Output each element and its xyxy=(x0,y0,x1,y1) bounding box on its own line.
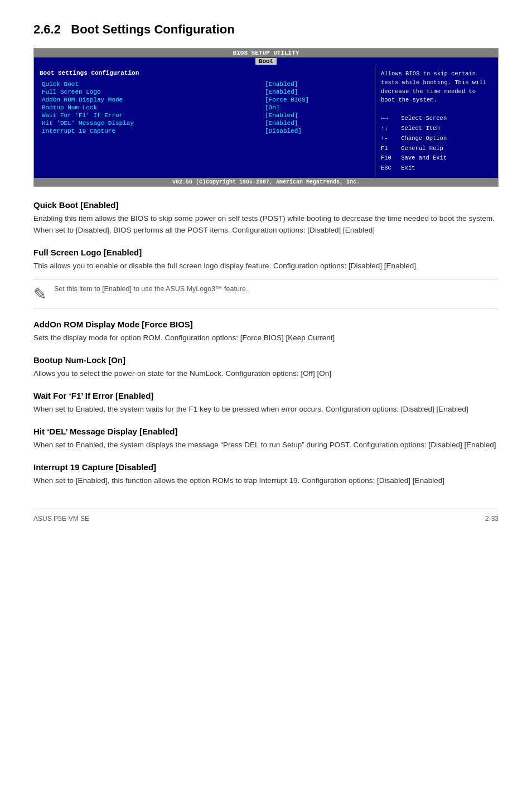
section-heading-full-screen-logo: Full Screen Logo [Enabled] xyxy=(33,248,499,257)
legend-key: ↑↓ xyxy=(381,124,398,134)
bios-legend-item: F10 Save and Exit xyxy=(381,153,492,163)
section-title-text: Boot Settings Configuration xyxy=(71,22,234,36)
note-text: Set this item to [Enabled] to use the AS… xyxy=(54,284,248,294)
page-title: 2.6.2 Boot Settings Configuration xyxy=(33,22,499,37)
bios-row: Interrupt 19 Capture[Disabled] xyxy=(41,128,368,134)
bios-row: Bootup Num-Lock[On] xyxy=(41,104,368,111)
bios-tab-bar: Boot xyxy=(34,57,498,65)
section-body-interrupt-19: When set to [Enabled], this function all… xyxy=(33,475,499,487)
legend-desc: General Help xyxy=(401,145,443,152)
bios-legend-item: +- Change Option xyxy=(381,134,492,144)
bios-content-area: Boot Settings Configuration Quick Boot[E… xyxy=(34,65,498,178)
bios-row-value: [Disabled] xyxy=(264,128,368,134)
section-heading-bootup-numlock: Bootup Num-Lock [On] xyxy=(33,355,499,365)
bios-header: BIOS SETUP UTILITY xyxy=(34,49,498,57)
bios-right-panel: Allows BIOS to skip certain tests while … xyxy=(375,65,498,178)
content-section-addon-rom: AddOn ROM Display Mode [Force BIOS]Sets … xyxy=(33,320,499,344)
section-body-hit-del: When set to Enabled, the system displays… xyxy=(33,439,499,451)
legend-key: +- xyxy=(381,134,398,144)
content-section-quick-boot: Quick Boot [Enabled]Enabling this item a… xyxy=(33,200,499,236)
note-box: ✎Set this item to [Enabled] to use the A… xyxy=(33,279,499,308)
section-body-full-screen-logo: This allows you to enable or disable the… xyxy=(33,260,499,272)
content-section-wait-f1: Wait For ‘F1’ If Error [Enabled]When set… xyxy=(33,391,499,416)
content-section-hit-del: Hit ‘DEL’ Message Display [Enabled]When … xyxy=(33,427,499,451)
bios-legend: ↔→ Select Screen↑↓ Select Item+- Change … xyxy=(381,114,492,173)
bios-legend-item: ↔→ Select Screen xyxy=(381,114,492,124)
legend-key: ESC xyxy=(381,163,398,173)
bios-row-value: [Enabled] xyxy=(264,89,368,95)
footer-left: ASUS P5E-VM SE xyxy=(33,515,89,523)
content-section-interrupt-19: Interrupt 19 Capture [Disabled]When set … xyxy=(33,462,499,487)
legend-key: F1 xyxy=(381,144,398,154)
section-body-addon-rom: Sets the display mode for option ROM. Co… xyxy=(33,332,499,344)
section-heading-wait-f1: Wait For ‘F1’ If Error [Enabled] xyxy=(33,391,499,400)
bios-row: Full Screen Logo[Enabled] xyxy=(41,89,368,95)
page-footer: ASUS P5E-VM SE 2-33 xyxy=(33,509,499,523)
section-body-bootup-numlock: Allows you to select the power-on state … xyxy=(33,368,499,380)
legend-desc: Exit xyxy=(401,165,415,171)
bios-screenshot: BIOS SETUP UTILITY Boot Boot Settings Co… xyxy=(33,48,499,187)
section-body-wait-f1: When set to Enabled, the system waits fo… xyxy=(33,404,499,416)
section-heading-hit-del: Hit ‘DEL’ Message Display [Enabled] xyxy=(33,427,499,436)
bios-legend-item: F1 General Help xyxy=(381,144,492,154)
content-sections: Quick Boot [Enabled]Enabling this item a… xyxy=(33,200,499,486)
bios-panel-title: Boot Settings Configuration xyxy=(40,70,369,76)
bios-legend-item: ↑↓ Select Item xyxy=(381,124,492,134)
bios-header-text: BIOS SETUP UTILITY xyxy=(233,50,299,56)
section-number: 2.6.2 xyxy=(33,22,61,36)
footer-right: 2-33 xyxy=(485,515,499,523)
bios-legend-item: ESC Exit xyxy=(381,163,492,173)
legend-desc: Select Item xyxy=(401,125,439,132)
section-heading-quick-boot: Quick Boot [Enabled] xyxy=(33,200,499,210)
section-heading: 2.6.2 Boot Settings Configuration xyxy=(33,22,499,37)
bios-row-label: Hit 'DEL' Message Display xyxy=(41,120,263,127)
bios-settings-table: Quick Boot[Enabled]Full Screen Logo[Enab… xyxy=(40,80,369,136)
legend-desc: Change Option xyxy=(401,135,447,142)
bios-left-panel: Boot Settings Configuration Quick Boot[E… xyxy=(34,65,375,178)
bios-row-value: [Enabled] xyxy=(264,112,368,119)
note-icon: ✎ xyxy=(33,285,46,303)
bios-row-label: AddOn ROM Display Mode xyxy=(41,96,263,103)
legend-desc: Select Screen xyxy=(401,115,447,122)
bios-footer: v02.58 (C)Copyright 1985-2007, American … xyxy=(34,178,498,186)
bios-row: Wait For 'F1' If Error[Enabled] xyxy=(41,112,368,119)
section-heading-interrupt-19: Interrupt 19 Capture [Disabled] xyxy=(33,462,499,472)
bios-row-value: [Enabled] xyxy=(264,120,368,127)
bios-row: AddOn ROM Display Mode[Force BIOS] xyxy=(41,96,368,103)
legend-desc: Save and Exit xyxy=(401,154,447,161)
bios-row-label: Bootup Num-Lock xyxy=(41,104,263,111)
bios-row: Quick Boot[Enabled] xyxy=(41,81,368,88)
bios-help-text: Allows BIOS to skip certain tests while … xyxy=(381,70,492,105)
bios-row-value: [Enabled] xyxy=(264,81,368,88)
legend-key: ↔→ xyxy=(381,114,398,124)
bios-row: Hit 'DEL' Message Display[Enabled] xyxy=(41,120,368,127)
bios-row-label: Interrupt 19 Capture xyxy=(41,128,263,134)
bios-row-label: Quick Boot xyxy=(41,81,263,88)
content-section-full-screen-logo: Full Screen Logo [Enabled]This allows yo… xyxy=(33,248,499,308)
bios-row-value: [On] xyxy=(264,104,368,111)
bios-row-value: [Force BIOS] xyxy=(264,96,368,103)
section-body-quick-boot: Enabling this item allows the BIOS to sk… xyxy=(33,213,499,236)
bios-active-tab: Boot xyxy=(255,58,277,65)
content-section-bootup-numlock: Bootup Num-Lock [On]Allows you to select… xyxy=(33,355,499,380)
bios-row-label: Wait For 'F1' If Error xyxy=(41,112,263,119)
bios-row-label: Full Screen Logo xyxy=(41,89,263,95)
legend-key: F10 xyxy=(381,153,398,163)
section-heading-addon-rom: AddOn ROM Display Mode [Force BIOS] xyxy=(33,320,499,329)
